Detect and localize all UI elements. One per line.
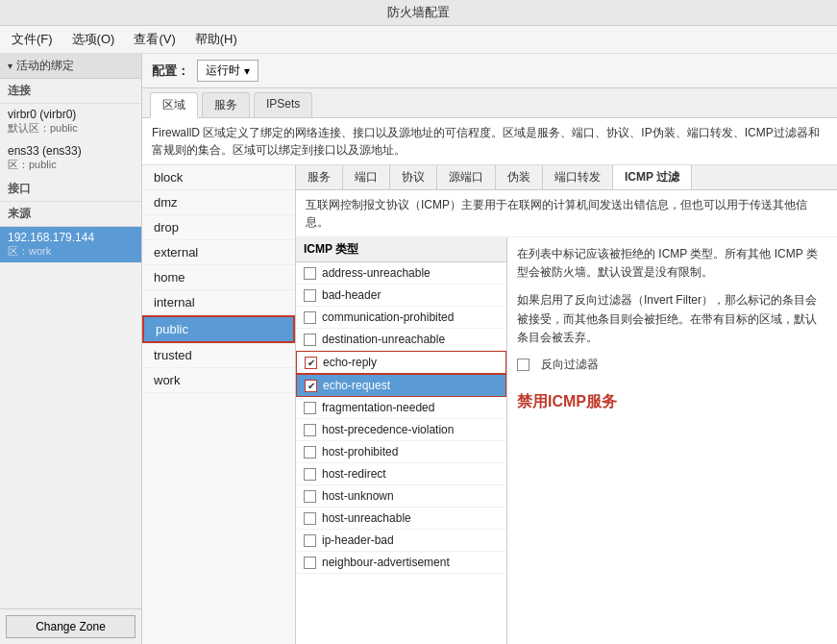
arrow-icon: ▾ [8,61,12,71]
icmp-label-address-unreachable: address-unreachable [322,266,431,280]
zones-description: FirewallD 区域定义了绑定的网络连接、接口以及源地址的可信程度。区域是服… [142,118,837,165]
zone-dmz[interactable]: dmz [142,190,295,215]
tab-zones[interactable]: 区域 [150,92,198,118]
icmp-label-echo-request: echo-request [323,379,390,392]
interfaces-label: 接口 [0,177,141,202]
sub-tab-masquerade[interactable]: 伪装 [496,165,543,189]
icmp-checkbox-host-precedence-violation[interactable] [304,424,316,436]
zone-work[interactable]: work [142,368,295,393]
content-area: 配置： 运行时 ▾ 区域 服务 IPSets FirewallD 区域定义了绑定… [142,54,837,644]
icmp-checkbox-neighbour-advertisement[interactable] [304,557,316,569]
icmp-item-neighbour-advertisement[interactable]: neighbour-advertisement [296,552,506,574]
icmp-info-panel: 在列表中标记应该被拒绝的 ICMP 类型。所有其他 ICMP 类型会被防火墙。默… [507,237,837,644]
icmp-label-bad-header: bad-header [322,288,381,302]
icmp-label-neighbour-advertisement: neighbour-advertisement [322,556,450,569]
sub-tab-source-ports[interactable]: 源端口 [437,165,496,189]
config-bar: 配置： 运行时 ▾ [142,54,837,88]
sidebar-bottom: Change Zone [0,608,141,644]
icmp-checkbox-host-unknown[interactable] [304,490,316,503]
icmp-item-host-redirect[interactable]: host-redirect [296,463,506,485]
sub-tab-ports[interactable]: 端口 [343,165,390,189]
zone-home[interactable]: home [142,265,295,290]
sub-tabs: 服务 端口 协议 源端口 伪装 端口转发 ICMP 过滤 [296,165,837,190]
icmp-label-echo-reply: echo-reply [323,356,377,369]
icmp-checkbox-host-prohibited[interactable] [304,446,316,458]
zone-public[interactable]: public [142,315,295,343]
icmp-label-communication-prohibited: communication-prohibited [322,310,454,324]
connection-sub-ens33: 区：public [8,158,134,172]
connection-name-virbr0: virbr0 (virbr0) [8,108,134,121]
tab-services[interactable]: 服务 [202,92,250,117]
sub-tab-icmp[interactable]: ICMP 过滤 [613,165,692,189]
icmp-item-host-unknown[interactable]: host-unknown [296,485,506,508]
sub-tab-services[interactable]: 服务 [296,165,343,189]
icmp-checkbox-communication-prohibited[interactable] [304,311,316,324]
icmp-label-host-precedence-violation: host-precedence-violation [322,423,454,436]
icmp-item-bad-header[interactable]: bad-header [296,285,506,307]
icmp-label-host-redirect: host-redirect [322,467,386,481]
icmp-item-echo-request[interactable]: ✔echo-request [296,374,506,397]
menu-help[interactable]: 帮助(H) [191,29,241,50]
icmp-label-destination-unreachable: destination-unreachable [322,333,445,346]
disable-icmp-label: 禁用ICMP服务 [517,392,827,412]
config-dropdown-value: 运行时 [206,62,240,79]
zone-block[interactable]: block [142,165,295,190]
icmp-checkbox-destination-unreachable[interactable] [304,334,316,346]
icmp-checkbox-echo-reply[interactable]: ✔ [305,357,317,369]
invert-filter-label: 反向过滤器 [541,357,599,373]
dropdown-arrow-icon: ▾ [244,64,250,78]
zone-list: block dmz drop external home internal pu… [142,165,296,644]
icmp-info-text2: 如果启用了反向过滤器（Invert Filter），那么标记的条目会被接受，而其… [517,291,827,347]
main-tabs: 区域 服务 IPSets [142,88,837,118]
icmp-item-host-unreachable[interactable]: host-unreachable [296,508,506,530]
icmp-item-address-unreachable[interactable]: address-unreachable [296,262,506,285]
zone-trusted[interactable]: trusted [142,343,295,368]
icmp-item-communication-prohibited[interactable]: communication-prohibited [296,307,506,329]
zone-internal[interactable]: internal [142,290,295,315]
active-bindings-label: 活动的绑定 [16,58,74,74]
invert-filter-row: 反向过滤器 [517,357,827,373]
sidebar-connection-virbr0[interactable]: virbr0 (virbr0) 默认区：public [0,104,141,140]
connections-label: 连接 [0,79,141,104]
config-label: 配置： [152,62,189,80]
main-layout: ▾ 活动的绑定 连接 virbr0 (virbr0) 默认区：public en… [0,54,837,644]
icmp-checkbox-echo-request[interactable]: ✔ [305,380,317,392]
tab-ipsets[interactable]: IPSets [254,92,312,117]
icmp-checkbox-host-redirect[interactable] [304,468,316,481]
icmp-item-echo-reply[interactable]: ✔echo-reply [296,351,506,374]
connection-name-ens33: ens33 (ens33) [8,144,134,158]
zone-area: block dmz drop external home internal pu… [142,165,837,644]
zone-drop[interactable]: drop [142,215,295,240]
icmp-main: ICMP 类型 address-unreachablebad-headercom… [296,237,837,644]
icmp-item-host-precedence-violation[interactable]: host-precedence-violation [296,419,506,441]
icmp-checkbox-fragmentation-needed[interactable] [304,402,316,414]
menu-options[interactable]: 选项(O) [68,29,119,50]
config-dropdown[interactable]: 运行时 ▾ [197,60,258,82]
icmp-list-area: ICMP 类型 address-unreachablebad-headercom… [296,237,507,644]
icmp-description: 互联网控制报文协议（ICMP）主要用于在联网的计算机间发送出错信息，但也可以用于… [296,190,837,237]
icmp-checkbox-address-unreachable[interactable] [304,267,316,280]
sub-tab-protocols[interactable]: 协议 [390,165,437,189]
invert-filter-checkbox[interactable] [517,359,529,371]
menu-view[interactable]: 查看(V) [130,29,179,50]
icmp-item-fragmentation-needed[interactable]: fragmentation-needed [296,397,506,419]
icmp-checkbox-bad-header[interactable] [304,289,316,302]
title-bar: 防火墙配置 [0,0,837,26]
sidebar-connection-ens33[interactable]: ens33 (ens33) 区：public [0,140,141,177]
icmp-checkbox-ip-header-bad[interactable] [304,534,316,547]
icmp-item-destination-unreachable[interactable]: destination-unreachable [296,329,506,351]
zone-external[interactable]: external [142,240,295,265]
menu-bar: 文件(F) 选项(O) 查看(V) 帮助(H) [0,26,837,54]
menu-file[interactable]: 文件(F) [8,29,57,50]
icmp-label-fragmentation-needed: fragmentation-needed [322,401,434,414]
connection-sub-virbr0: 默认区：public [8,121,134,136]
icmp-label-host-unknown: host-unknown [322,489,394,503]
sidebar-source-ip[interactable]: 192.168.179.144 区：work [0,227,141,263]
change-zone-button[interactable]: Change Zone [6,615,135,638]
icmp-checkbox-host-unreachable[interactable] [304,512,316,525]
active-bindings-header[interactable]: ▾ 活动的绑定 [0,54,141,79]
sources-label: 来源 [0,202,141,227]
icmp-item-ip-header-bad[interactable]: ip-header-bad [296,530,506,552]
sub-tab-port-forward[interactable]: 端口转发 [543,165,613,189]
icmp-item-host-prohibited[interactable]: host-prohibited [296,441,506,463]
